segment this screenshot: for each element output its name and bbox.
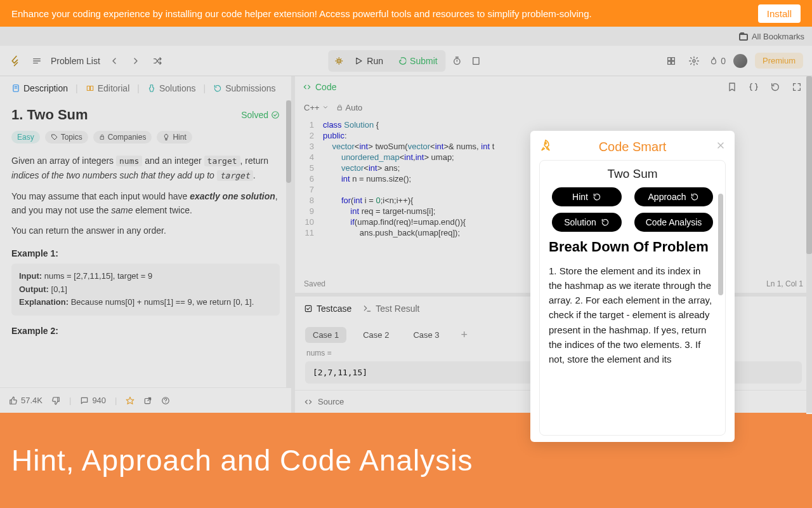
leetcode-logo-icon[interactable] — [9, 54, 23, 68]
tab-solutions[interactable]: Solutions — [143, 80, 200, 97]
smart-problem: Two Sum — [549, 167, 716, 181]
smart-body: Two Sum Hint Approach Solution Code Anal… — [539, 160, 726, 436]
rocket-icon — [539, 139, 552, 154]
submit-button[interactable]: Submit — [390, 53, 444, 69]
like-button[interactable]: 57.4K — [9, 396, 43, 405]
close-icon[interactable] — [716, 140, 726, 153]
hint-button[interactable]: Hint — [552, 187, 622, 206]
code-smart-panel: Code Smart Two Sum Hint Approach Solutio… — [530, 131, 735, 442]
help-button[interactable] — [161, 396, 170, 405]
install-button[interactable]: Install — [758, 4, 801, 23]
svg-rect-23 — [337, 107, 341, 110]
premium-button[interactable]: Premium — [755, 53, 803, 69]
case-1[interactable]: Case 1 — [305, 327, 346, 343]
install-bar: Enhance your coding experience by instal… — [0, 0, 812, 27]
reset-icon[interactable] — [768, 79, 783, 95]
problem-para-1: Given an array of integers nums and an i… — [11, 154, 280, 183]
desc-footer: 57.4K | 940 | — [0, 387, 291, 413]
install-text: Enhance your coding experience by instal… — [11, 8, 592, 19]
right-scrollbar[interactable] — [806, 76, 812, 414]
share-button[interactable] — [143, 396, 152, 405]
streak-counter[interactable]: 0 — [709, 56, 726, 66]
cursor-pos: Ln 1, Col 1 — [766, 279, 803, 288]
folder-icon — [739, 32, 748, 41]
difficulty-chip: Easy — [11, 131, 40, 144]
desc-scrollbar[interactable] — [286, 100, 291, 387]
svg-rect-10 — [668, 57, 671, 60]
svg-point-26 — [545, 142, 547, 144]
svg-marker-5 — [357, 58, 362, 64]
bookmark-strip: All Bookmarks — [0, 27, 812, 46]
run-group: Run Submit — [328, 50, 445, 72]
layout-icon[interactable] — [664, 53, 679, 69]
fullscreen-icon[interactable] — [789, 79, 804, 95]
solution-button[interactable]: Solution — [552, 213, 622, 232]
approach-button[interactable]: Approach — [634, 187, 713, 206]
svg-rect-13 — [672, 61, 675, 64]
debug-icon[interactable] — [330, 52, 348, 70]
svg-rect-9 — [473, 57, 479, 64]
svg-rect-24 — [305, 305, 311, 311]
svg-point-18 — [272, 112, 279, 119]
next-icon[interactable] — [128, 53, 143, 69]
svg-point-4 — [337, 60, 340, 62]
lang-select[interactable]: C++ — [304, 103, 329, 112]
code-tab[interactable]: Code — [303, 82, 336, 92]
description-body[interactable]: 1. Two Sum Solved Easy Topics Companies … — [0, 100, 291, 387]
svg-rect-19 — [100, 137, 103, 139]
lang-row: C++ Auto — [295, 98, 812, 117]
example-1-label: Example 1: — [11, 248, 280, 258]
tab-test-result[interactable]: Test Result — [363, 304, 419, 314]
bookmark-icon[interactable] — [724, 79, 740, 95]
timer-icon[interactable] — [450, 53, 465, 69]
avatar[interactable] — [733, 54, 747, 68]
comments-button[interactable]: 940 — [80, 396, 106, 405]
dislike-button[interactable] — [51, 396, 60, 405]
problem-para-2: You may assume that each input would hav… — [11, 189, 280, 218]
settings-icon[interactable] — [686, 53, 702, 69]
smart-title: Code Smart — [599, 140, 667, 154]
case-2[interactable]: Case 2 — [355, 327, 396, 343]
topics-chip[interactable]: Topics — [45, 131, 88, 144]
braces-icon[interactable] — [746, 79, 761, 95]
smart-section-title: Break Down Of Problem — [549, 238, 716, 256]
tab-description[interactable]: Description — [8, 80, 72, 97]
tab-testcase[interactable]: Testcase — [304, 304, 351, 314]
run-button[interactable]: Run — [348, 53, 390, 69]
svg-rect-0 — [740, 34, 747, 40]
auto-button[interactable]: Auto — [336, 103, 363, 112]
solved-badge: Solved — [241, 110, 280, 120]
shuffle-icon[interactable] — [150, 53, 165, 69]
notes-icon[interactable] — [469, 53, 484, 69]
code-header: Code — [295, 76, 812, 98]
favorite-button[interactable] — [126, 396, 134, 405]
svg-rect-11 — [672, 57, 675, 60]
saved-label: Saved — [304, 279, 325, 288]
hint-chip[interactable]: Hint — [157, 131, 192, 144]
add-case-button[interactable]: + — [456, 327, 473, 343]
bottom-text: Hint, Approach and Code Analysis — [11, 443, 473, 478]
problem-para-3: You can return the answer in any order. — [11, 224, 280, 237]
description-panel: Description | Editorial | Solutions | Su… — [0, 76, 295, 413]
desc-tabs: Description | Editorial | Solutions | Su… — [0, 76, 291, 100]
problem-title: 1. Two Sum — [11, 107, 88, 123]
svg-point-14 — [693, 60, 695, 62]
case-3[interactable]: Case 3 — [405, 327, 447, 343]
prev-icon[interactable] — [107, 53, 122, 69]
tab-editorial[interactable]: Editorial — [82, 80, 134, 97]
companies-chip[interactable]: Companies — [93, 131, 152, 144]
problem-list-link[interactable]: Problem List — [51, 56, 100, 66]
example-1-block: Input: nums = [2,7,11,15], target = 9 Ou… — [11, 264, 280, 316]
example-2-label: Example 2: — [11, 326, 280, 336]
smart-scrollbar[interactable] — [718, 194, 723, 295]
app-area: Problem List Run Submit 0 Premium — [0, 46, 812, 413]
smart-content: 1. Store the element and its index in th… — [549, 264, 716, 367]
code-analysis-button[interactable]: Code Analysis — [634, 213, 713, 232]
tab-submissions[interactable]: Submissions — [209, 80, 279, 97]
top-toolbar: Problem List Run Submit 0 Premium — [0, 46, 812, 76]
svg-marker-20 — [127, 397, 134, 404]
list-icon[interactable] — [29, 53, 44, 69]
bookmarks-label[interactable]: All Bookmarks — [752, 32, 804, 41]
svg-rect-12 — [668, 61, 671, 64]
